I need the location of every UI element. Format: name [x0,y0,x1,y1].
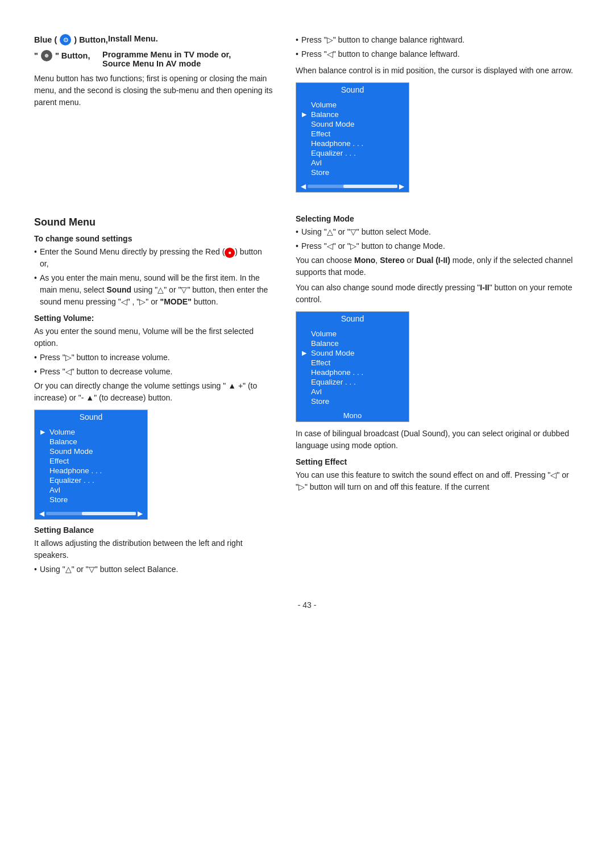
sound-box1-item-equalizer: Equalizer . . . [40,475,142,485]
setting-balance-title: Setting Balance [34,525,273,535]
sound-menu-box-1: Sound Volume Balance Sound Mode Effect H… [34,410,148,520]
sound-box3-item-balance: Balance [302,339,403,348]
menu-button-descs: Programme Menu in TV mode or, Source Men… [102,50,231,68]
sound-box2-item-equalizer: Equalizer . . . [302,148,403,158]
blue-circle-icon: ⊙ [60,34,71,45]
sound-box3-item-avl: AvI [302,387,403,397]
balance-mid-text: When balance control is in mid position,… [296,65,580,77]
sound-box2-item-volume: Volume [302,100,403,110]
menu-desc-2: Source Menu In AV mode [102,59,231,68]
sound-box3-item-equalizer: Equalizer . . . [302,377,403,387]
sound-box2-item-avl: AvI [302,158,403,168]
scroll-arrow-right-1: ▶ [138,510,143,518]
sound-menu-box-3: Sound Volume Balance Sound Mode Effect H… [296,311,409,422]
scroll-arrow-left-1: ◀ [39,510,44,518]
blue-button-suffix: ) Button, [74,35,108,44]
scroll-thumb-1 [82,512,136,515]
setting-balance-desc: It allows adjusting the distribution bet… [34,537,273,561]
menu-button-row: " ⊕ " Button, Programme Menu in TV mode … [34,50,273,68]
sound-box1-item-soundmode: Sound Mode [40,446,142,456]
blue-button-label: Blue ( ⊙ ) Button, [34,34,108,45]
scroll-track-1 [46,512,136,515]
menu-button-label: " ⊕ " Button, [34,50,102,61]
sound-box3-body: Volume Balance Sound Mode Effect Headpho… [296,326,409,410]
page-number: - 43 - [34,600,580,610]
main-content: Sound Menu To change sound settings Ente… [34,208,580,578]
sound-box1-item-volume: Volume [40,427,142,437]
balance-left-bullet: Press "◁" button to change balance leftw… [296,48,580,60]
scroll-arrow-right: ▶ [399,182,404,190]
sound-box3-item-volume: Volume [302,329,403,339]
sound-box2-item-soundmode: Sound Mode [302,119,403,129]
enter-sound-bullet: Enter the Sound Menu directly by pressin… [34,246,273,270]
header-section: Blue ( ⊙ ) Button, Install Menu. " ⊕ " B… [34,34,580,198]
blue-button-text: Blue ( [34,35,57,44]
sound-menu-box-2: Sound Volume Balance Sound Mode Effect H… [296,82,409,193]
volume-decrease-bullet: Press "◁" button to decrease volume. [34,366,273,378]
menu-label-suffix: " Button, [55,51,90,60]
header-left: Blue ( ⊙ ) Button, Install Menu. " ⊕ " B… [34,34,273,198]
setting-volume-title: Setting Volume: [34,314,273,323]
sound-box1-item-balance: Balance [40,437,142,446]
sound-box3-footer: Mono [296,410,409,422]
dual-sound-text: In case of bilingual broadcast (Dual Sou… [296,428,580,452]
setting-volume-desc: As you enter the sound menu, Volume will… [34,326,273,349]
selecting-mode-title: Selecting Mode [296,214,580,223]
sound-box3-title: Sound [296,312,409,326]
sound-box1-body: Volume Balance Sound Mode Effect Headpho… [35,424,147,508]
header-menu-description: Menu button has two functions; first is … [34,73,273,108]
volume-direct-text: Or you can directly change the volume se… [34,380,273,404]
scroll-thumb [343,185,397,188]
sound-box3-mono-label: Mono [343,411,362,420]
main-menu-bullet: As you enter the main menu, sound will b… [34,272,273,308]
sound-box1-item-headphone: Headphone . . . [40,466,142,475]
balance-select-bullet: Using "△" or "▽" button select Balance. [34,564,273,575]
sound-box1-item-avl: AvI [40,485,142,495]
sound-box2-item-effect: Effect [302,129,403,139]
red-circle-icon: ● [225,248,235,258]
to-change-sound-title: To change sound settings [34,234,273,243]
sound-menu-title: Sound Menu [34,216,273,228]
mode-choose-text: You can choose Mono, Stereo or Dual (I-I… [296,254,580,278]
sound-box1-item-effect: Effect [40,456,142,466]
sound-box3-item-effect: Effect [302,358,403,368]
sound-box1-footer: ◀ ▶ [35,508,147,519]
sound-box1-item-store: Store [40,495,142,504]
menu-desc-1: Programme Menu in TV mode or, [102,50,231,59]
scroll-arrow-left: ◀ [301,182,306,190]
menu-circle-icon: ⊕ [41,50,52,61]
sound-box2-body: Volume Balance Sound Mode Effect Headpho… [296,97,409,181]
scroll-track [308,185,397,188]
sound-box3-item-store: Store [302,397,403,406]
sound-box1-title: Sound [35,410,147,424]
blue-button-desc: Install Menu. [108,34,158,43]
setting-effect-title: Setting Effect [296,457,580,466]
sound-box3-item-headphone: Headphone . . . [302,368,403,377]
sound-box2-item-balance: Balance [302,110,403,119]
balance-right-bullet: Press "▷" button to change balance right… [296,34,580,46]
sound-box2-item-store: Store [302,168,403,177]
sound-box3-item-soundmode: Sound Mode [302,348,403,358]
sound-box2-footer: ◀ ▶ [296,181,409,192]
blue-button-row: Blue ( ⊙ ) Button, Install Menu. [34,34,273,45]
mode-also-text: You can also change sound mode directly … [296,282,580,306]
sound-box2-title: Sound [296,83,409,97]
setting-effect-desc: You can use this feature to switch the s… [296,469,580,493]
mode-change-bullet: Press "◁" or "▷" button to change Mode. [296,240,580,252]
mode-select-bullet: Using "△" or "▽" button select Mode. [296,226,580,238]
menu-label-text: " [34,51,38,60]
right-column: Selecting Mode Using "△" or "▽" button s… [296,208,580,578]
sound-box2-item-headphone: Headphone . . . [302,139,403,148]
header-right: Press "▷" button to change balance right… [296,34,580,198]
left-column: Sound Menu To change sound settings Ente… [34,208,273,578]
volume-increase-bullet: Press "▷" button to increase volume. [34,352,273,364]
